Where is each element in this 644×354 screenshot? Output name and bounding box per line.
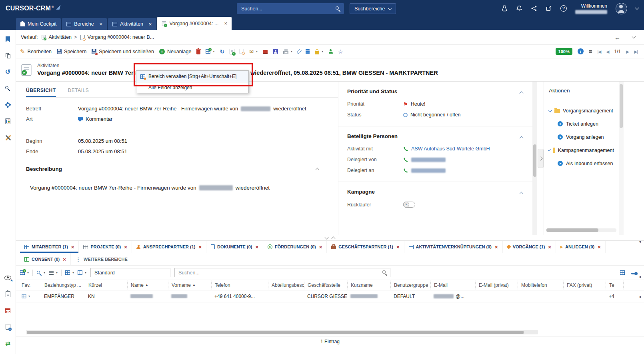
tab-details[interactable]: DETAILS: [68, 88, 89, 97]
menu-item-bereich-verwalten[interactable]: Bereich verwalten [Strg+Alt+Umschalt+E]: [136, 71, 248, 82]
action-als-inbound-erfassen[interactable]: Als Inbound erfassen: [549, 157, 614, 170]
close-icon[interactable]: ×: [598, 244, 601, 250]
first-page-icon[interactable]: |◀: [598, 49, 601, 54]
column-header-fax[interactable]: FAX (privat): [563, 280, 606, 290]
help-icon[interactable]: ?: [560, 5, 567, 12]
chevron-down-icon[interactable]: ▾: [28, 295, 30, 298]
tab-aktivitaeten[interactable]: Aktivitäten ×: [108, 18, 156, 30]
close-icon[interactable]: ×: [149, 22, 152, 27]
breadcrumb-item-vorgang[interactable]: Vorgang #0000004: neuer B...: [80, 34, 154, 40]
history-dropdown-icon[interactable]: [632, 35, 636, 39]
tab-uebersicht[interactable]: ÜBERSICHT: [26, 88, 56, 97]
save-button[interactable]: Speichern: [57, 49, 86, 54]
vertical-scrollbar[interactable]: [532, 82, 537, 235]
new-record-button[interactable]: + Neuanlage: [159, 49, 191, 54]
close-icon[interactable]: ×: [319, 244, 322, 250]
refresh-icon[interactable]: ↻: [220, 49, 224, 54]
subtab-dokumente[interactable]: DOKUMENTE (0) ×: [206, 241, 263, 253]
close-icon[interactable]: ×: [198, 244, 202, 250]
grid-search[interactable]: [174, 268, 390, 277]
info-icon[interactable]: i: [578, 48, 584, 54]
back-arrow-icon[interactable]: ←: [614, 34, 620, 41]
close-icon[interactable]: ×: [548, 244, 551, 250]
clipboard-icon[interactable]: [6, 291, 10, 297]
history-icon[interactable]: ↺: [5, 69, 10, 75]
column-header-te[interactable]: Te: [606, 280, 623, 290]
view-selector[interactable]: [90, 268, 170, 277]
favorite-cell-icon[interactable]: [22, 294, 26, 298]
save-close-button[interactable]: Speichern und schließen: [92, 49, 154, 54]
global-search[interactable]: [237, 3, 344, 14]
subtab-vorgaenge[interactable]: VORGÄNGE (1) ×: [503, 241, 556, 253]
subtab-aktivitaetenverknuepfungen[interactable]: AKTIVITÄTENVERKNÜPFUNGEN (0) ×: [404, 241, 503, 253]
close-icon[interactable]: ×: [224, 21, 227, 26]
advanced-search-icon[interactable]: [5, 86, 11, 92]
last-page-icon[interactable]: ▶|: [634, 49, 638, 54]
pin-icon[interactable]: [631, 273, 636, 274]
close-icon[interactable]: ×: [71, 244, 74, 250]
collapse-icon[interactable]: [316, 168, 320, 172]
teams-icon[interactable]: [273, 49, 278, 54]
actions-horizontal-scrollbar[interactable]: [546, 228, 616, 232]
column-header-kurzname[interactable]: Kurzname: [347, 280, 390, 290]
grid-columns-button[interactable]: ▾: [78, 270, 86, 275]
column-header-abteilung[interactable]: Abteilungsbesc...: [268, 280, 304, 290]
close-icon[interactable]: ×: [495, 244, 498, 250]
next-page-icon[interactable]: ▶: [626, 49, 629, 54]
search-icon[interactable]: [335, 6, 340, 11]
menu-item-alle-felder-anzeigen[interactable]: Alle Felder anzeigen: [136, 82, 248, 93]
collapse-left-icon[interactable]: ◂: [639, 239, 641, 244]
catalog-icon[interactable]: [5, 118, 10, 124]
tab-mein-cockpit[interactable]: Mein Cockpit: [16, 18, 61, 30]
menu-icon[interactable]: ≡: [589, 48, 592, 55]
subtab-mitarbeiter[interactable]: MITARBEITER (1) ×: [20, 241, 79, 253]
gear-icon[interactable]: [5, 102, 11, 108]
paperclip-icon[interactable]: [296, 49, 302, 54]
print-button[interactable]: ▾: [283, 49, 292, 54]
column-header-beziehungstyp[interactable]: Beziehungstyp ...: [41, 280, 85, 290]
column-header-geschaeftsstelle[interactable]: Geschäftsstelle: [304, 280, 347, 290]
close-icon[interactable]: ×: [124, 244, 127, 250]
action-vorgang-anlegen[interactable]: Vorgang anlegen: [549, 130, 614, 144]
close-icon[interactable]: ×: [63, 257, 66, 262]
partner-link[interactable]: ASW Autohaus Süd-Würtele GmbH: [411, 146, 490, 152]
grid-add-button[interactable]: + ▾: [20, 270, 29, 275]
search-icon[interactable]: [382, 270, 387, 275]
bell-icon[interactable]: [516, 5, 522, 12]
subtab-foerderungen[interactable]: € FÖRDERUNGEN (0) ×: [263, 241, 327, 253]
external-link-icon[interactable]: [546, 5, 552, 12]
subtab-geschaeftspartner[interactable]: GESCHÄFTSPARTNER (1) ×: [327, 241, 404, 253]
signature-icon[interactable]: [263, 50, 268, 54]
right-vertical-scrollbar[interactable]: [619, 82, 624, 235]
grid-search-input[interactable]: [178, 270, 382, 276]
bookmark-icon[interactable]: [6, 36, 10, 42]
calendar-icon[interactable]: [5, 308, 10, 313]
subtab-anliegen[interactable]: ▸ ANLIEGEN (0) ×: [556, 241, 606, 253]
collapse-up-icon[interactable]: [332, 237, 336, 241]
global-search-input[interactable]: [240, 6, 335, 12]
grid-export-icon[interactable]: [620, 270, 625, 275]
search-areas-button[interactable]: Suchbereiche: [350, 3, 396, 14]
column-header-kuerzel[interactable]: Kürzel: [85, 280, 127, 290]
tools-icon[interactable]: [5, 135, 11, 141]
flask-icon[interactable]: [501, 5, 508, 12]
close-icon[interactable]: ×: [100, 22, 103, 27]
grid-horizontal-scrollbar[interactable]: [26, 330, 538, 334]
collapse-left-icon[interactable]: ◂: [639, 274, 641, 279]
action-group-vorgangsmanagement[interactable]: Vorgangsmanagement: [549, 104, 614, 117]
subtab-consent[interactable]: CONSENT (0) ×: [20, 253, 71, 265]
action-group-kampagnenmanagement[interactable]: Kampagnenmanagement: [549, 144, 614, 157]
inspect-icon[interactable]: [240, 49, 244, 54]
document-settings-icon[interactable]: [6, 324, 10, 330]
delete-icon[interactable]: [196, 50, 200, 54]
column-header-email[interactable]: E-Mail: [430, 280, 475, 290]
table-add-button[interactable]: + ▾: [206, 49, 214, 54]
avatar[interactable]: [616, 3, 627, 14]
zoom-badge[interactable]: 100%: [556, 48, 572, 55]
table-row[interactable]: ▾ EMPFÄNGER KN +49 641 40000-9... CURSOR…: [16, 290, 644, 302]
user-menu-chevron-icon[interactable]: [635, 6, 639, 10]
column-header-mobiltelefon[interactable]: Mobiltelefon: [518, 280, 563, 290]
tab-bereiche[interactable]: Bereiche ×: [62, 18, 107, 30]
edit-button[interactable]: ✎ Bearbeiten: [20, 48, 52, 54]
column-header-email-privat[interactable]: E-Mail (privat): [475, 280, 518, 290]
